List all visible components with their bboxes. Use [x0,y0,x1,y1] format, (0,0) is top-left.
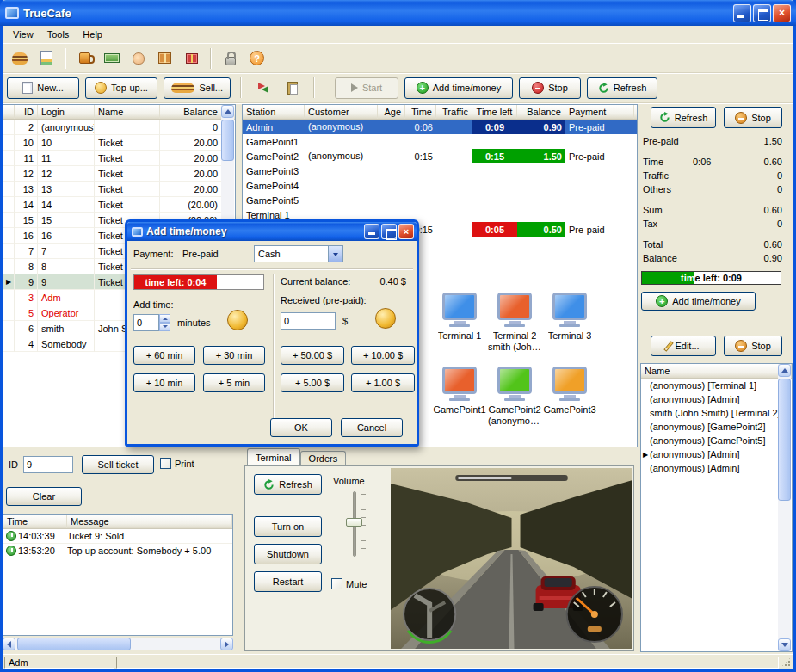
gift-icon[interactable] [180,46,203,70]
station-row[interactable]: GamePoint2 (anonymous) 0:15 0:15 1.50 Pr… [243,149,637,163]
log-row[interactable]: 14:03:39 Ticket 9: Sold [3,529,232,544]
sales-report-icon[interactable] [34,46,58,70]
new-ticket-button[interactable]: New... [7,77,79,99]
stations-header-timeleft[interactable]: Time left [472,105,517,119]
add-minutes-button[interactable]: + 30 min [203,346,265,365]
stop-button[interactable]: Stop [519,77,581,99]
user-row[interactable]: 13 13 Ticket 20.00 [3,182,235,197]
log-header-time[interactable]: Time [3,515,67,528]
maximize-button[interactable] [753,4,771,22]
menu-item[interactable]: Help [76,27,109,42]
chevron-down-icon[interactable] [328,246,342,262]
dialog-maximize-button[interactable] [381,224,397,239]
add-time-money-button[interactable]: Add time/money [404,77,513,99]
users-header-balance[interactable]: Balance [160,105,222,119]
station-row[interactable]: GamePoint4 [243,178,637,193]
session-row[interactable]: (anonymous) [GamePoint5] [641,434,792,447]
dialog-minimize-button[interactable] [364,224,379,239]
scroll-thumb[interactable] [778,379,791,501]
paste-icon[interactable] [281,77,304,100]
terminal-item[interactable]: GamePoint2 (anonymous) [487,363,542,437]
session-add-time-money-button[interactable]: Add time/money [641,292,756,311]
scroll-thumb[interactable] [17,638,131,650]
ok-button[interactable]: OK [270,418,332,437]
station-row[interactable]: GamePoint5 [243,193,637,207]
sessions-scrollbar[interactable] [778,364,791,651]
edit-button[interactable]: Edit... [651,336,716,356]
terminal-refresh-button[interactable]: Refresh [254,474,322,495]
users-header-login[interactable]: Login [38,105,95,119]
session-row[interactable]: (anonymous) [GamePoint2] [641,420,792,434]
print-checkbox[interactable] [160,458,171,469]
sell-ticket-button[interactable]: Sell ticket [82,455,154,474]
scroll-thumb[interactable] [221,120,234,161]
terminal-tab[interactable]: Terminal [247,448,300,465]
terminal-item[interactable]: Terminal 2 smith (John Smith) [487,289,542,363]
help-icon[interactable] [245,46,268,70]
user-row[interactable]: 10 10 Ticket 20.00 [3,135,235,151]
close-button[interactable]: × [773,4,791,22]
station-row[interactable]: Admin (anonymous) 0:06 0:09 0.90 Pre-pai… [243,120,637,134]
lock-icon[interactable] [219,46,242,70]
received-input[interactable] [281,312,336,330]
session-row[interactable]: (anonymous) [Terminal 1] [641,379,792,392]
turn-on-button[interactable]: Turn on [254,516,322,537]
drink-icon[interactable] [73,46,96,70]
parcel-icon[interactable] [153,46,176,70]
ticket-id-input[interactable] [23,456,73,473]
scroll-right-button[interactable] [220,638,233,650]
add-money-button[interactable]: + 10.00 $ [351,346,415,365]
title-bar[interactable]: TrueCafe × [0,0,796,26]
scroll-up-button[interactable] [221,105,234,118]
stations-header-customer[interactable]: Customer [305,105,378,119]
user-row[interactable]: 14 14 Ticket (20.00) [3,197,235,213]
stations-header-payment[interactable]: Payment [565,105,634,119]
add-money-button[interactable]: + 50.00 $ [281,346,344,365]
minutes-input[interactable] [133,314,159,331]
transfer-icon[interactable] [251,77,275,100]
volume-slider-handle[interactable] [346,518,362,527]
hand-icon[interactable] [126,46,150,70]
payment-method-select[interactable]: Cash [254,245,343,262]
session-row[interactable]: (anonymous) [Admin] [641,461,792,475]
add-minutes-button[interactable]: + 10 min [133,373,195,392]
session-row[interactable]: ▶ (anonymous) [Admin] [641,447,792,461]
log-row[interactable]: 13:53:20 Top up account: Somebody + 5.00 [3,544,232,558]
clear-button[interactable]: Clear [6,487,82,506]
stations-header-traffic[interactable]: Traffic [436,105,472,119]
minutes-stepper[interactable] [159,314,170,331]
add-minutes-button[interactable]: + 60 min [133,346,195,365]
user-row[interactable]: 11 11 Ticket 20.00 [3,151,235,166]
mute-checkbox[interactable] [331,578,342,589]
cash-icon[interactable] [100,46,123,70]
cancel-button[interactable]: Cancel [341,418,403,437]
refresh-button[interactable]: Refresh [587,77,657,99]
start-button[interactable]: Start [335,77,398,99]
restart-button[interactable]: Restart [254,571,322,592]
user-row[interactable]: 12 12 Ticket 20.00 [3,166,235,182]
terminal-tab[interactable]: Orders [300,451,347,465]
station-row[interactable]: GamePoint1 [243,134,637,149]
add-money-button[interactable]: + 1.00 $ [351,373,415,392]
stations-header-time[interactable]: Time [405,105,436,119]
scroll-up-button[interactable] [778,364,791,377]
add-money-button[interactable]: + 5.00 $ [281,373,344,392]
users-header-id[interactable]: ID [15,105,38,119]
terminal-item[interactable]: GamePoint1 [432,363,487,437]
stations-header-balance[interactable]: Balance [517,105,565,119]
session-stop-button-2[interactable]: Stop [724,336,782,356]
terminal-item[interactable]: Terminal 1 [432,289,487,363]
scroll-down-button[interactable] [778,638,791,651]
menu-item[interactable]: View [6,27,40,42]
scroll-left-button[interactable] [3,638,15,650]
dialog-title-bar[interactable]: Add time/money × [127,222,417,241]
menu-item[interactable]: Tools [40,27,77,42]
log-header-message[interactable]: Message [67,515,232,528]
session-stop-button[interactable]: Stop [724,107,782,128]
sell-button[interactable]: Sell... [164,77,231,99]
terminal-item[interactable]: GamePoint3 [542,363,597,437]
session-row[interactable]: (anonymous) [Admin] [641,392,792,406]
dialog-close-button[interactable]: × [398,224,414,239]
add-minutes-button[interactable]: + 5 min [203,373,265,392]
station-row[interactable]: GamePoint3 [243,163,637,178]
